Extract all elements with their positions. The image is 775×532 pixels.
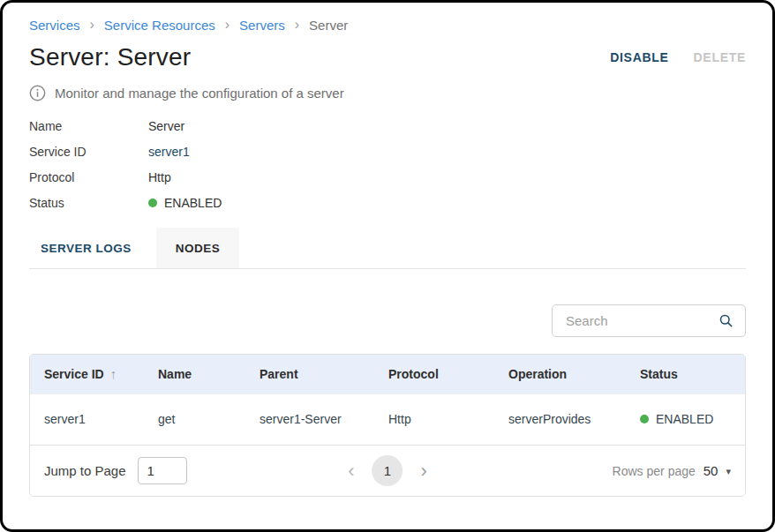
breadcrumb-services[interactable]: Services [29, 18, 80, 33]
search-icon[interactable] [719, 313, 734, 328]
pagination: ‹ 1 › [344, 455, 431, 486]
detail-value-protocol: Http [148, 170, 171, 184]
tab-nodes[interactable]: NODES [156, 228, 240, 268]
column-header-service-id[interactable]: Service ID↑ [30, 355, 158, 393]
page-number-input[interactable] [138, 457, 187, 484]
table-footer: Jump to Page ‹ 1 › Rows per page 50 ▾ [30, 445, 745, 496]
column-header-protocol[interactable]: Protocol [388, 355, 508, 393]
page-actions: DISABLE DELETE [610, 50, 746, 64]
info-icon [29, 85, 46, 101]
delete-button: DELETE [694, 50, 746, 64]
next-page-icon[interactable]: › [418, 461, 431, 481]
column-header-operation[interactable]: Operation [508, 355, 640, 393]
cell-protocol: Http [388, 393, 508, 445]
chevron-right-icon: › [295, 18, 299, 32]
rows-per-page-select[interactable]: Rows per page 50 ▾ [613, 463, 731, 478]
breadcrumb-service-resources[interactable]: Service Resources [104, 18, 215, 33]
detail-row-status: Status ENABLED [29, 190, 746, 215]
nodes-table: Service ID↑ Name Parent Protocol Operati… [30, 355, 745, 445]
caret-down-icon: ▾ [726, 466, 731, 477]
breadcrumb-current: Server [309, 18, 348, 33]
page-1-button[interactable]: 1 [372, 455, 403, 486]
detail-label: Name [29, 119, 148, 133]
status-text: ENABLED [164, 196, 222, 210]
cell-status: ENABLED [640, 393, 745, 445]
rows-per-page-label: Rows per page [613, 464, 696, 478]
jump-to-page-label: Jump to Page [44, 463, 126, 478]
nodes-table-card: Service ID↑ Name Parent Protocol Operati… [29, 354, 746, 497]
detail-row-name: Name Server [29, 113, 746, 139]
detail-label: Protocol [29, 170, 148, 184]
cell-operation: serverProvides [508, 393, 640, 445]
chevron-right-icon: › [90, 18, 94, 32]
tab-server-logs[interactable]: SERVER LOGS [29, 228, 156, 268]
status-badge: ENABLED [148, 196, 222, 210]
jump-to-page: Jump to Page [44, 457, 187, 484]
detail-value-name: Server [148, 119, 184, 133]
search-input[interactable] [564, 312, 711, 329]
page-description: Monitor and manage the configuration of … [55, 86, 344, 101]
detail-row-service-id: Service ID server1 [29, 139, 746, 164]
status-dot-icon [148, 199, 157, 207]
detail-row-protocol: Protocol Http [29, 164, 746, 190]
server-details: Name Server Service ID server1 Protocol … [29, 113, 746, 215]
cell-service-id: server1 [30, 393, 158, 445]
breadcrumb: Services › Service Resources › Servers ›… [29, 3, 746, 33]
breadcrumb-servers[interactable]: Servers [239, 18, 285, 33]
detail-label: Service ID [29, 145, 148, 159]
page-title: Server: Server [29, 43, 191, 71]
tab-bar: SERVER LOGS NODES [29, 228, 746, 269]
sort-ascending-icon: ↑ [110, 366, 117, 381]
cell-parent: server1-Server [260, 393, 388, 445]
column-header-name[interactable]: Name [158, 355, 260, 393]
status-dot-icon [640, 415, 649, 423]
search-box [552, 304, 746, 337]
detail-label: Status [29, 196, 148, 210]
column-header-status[interactable]: Status [640, 355, 745, 393]
table-row[interactable]: server1 get server1-Server Http serverPr… [30, 393, 745, 445]
service-id-link[interactable]: server1 [148, 145, 190, 159]
cell-name: get [158, 393, 260, 445]
status-text: ENABLED [656, 412, 713, 426]
table-header-row: Service ID↑ Name Parent Protocol Operati… [30, 355, 745, 393]
rows-per-page-value: 50 [704, 463, 719, 478]
app-window: Services › Service Resources › Servers ›… [0, 0, 775, 532]
chevron-right-icon: › [225, 18, 229, 32]
status-badge: ENABLED [640, 412, 738, 426]
column-label: Service ID [44, 367, 104, 381]
column-header-parent[interactable]: Parent [260, 355, 388, 393]
disable-button[interactable]: DISABLE [610, 50, 668, 64]
previous-page-icon[interactable]: ‹ [344, 461, 357, 481]
